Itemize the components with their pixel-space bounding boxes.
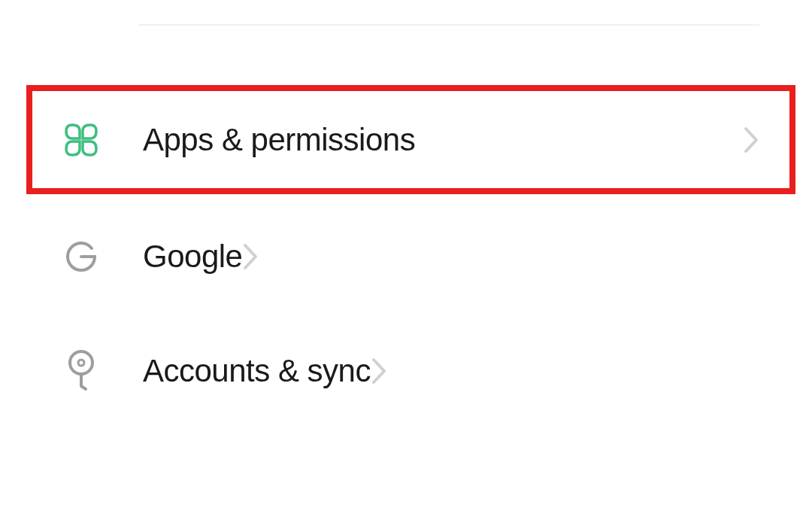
settings-item-label: Accounts & sync xyxy=(143,353,371,389)
settings-item-google[interactable]: Google xyxy=(0,205,311,307)
settings-item-label: Apps & permissions xyxy=(143,122,743,158)
key-icon xyxy=(64,354,98,388)
chevron-right-icon xyxy=(242,242,259,271)
svg-point-1 xyxy=(78,360,84,366)
section-divider xyxy=(139,24,759,26)
apps-icon xyxy=(64,123,98,157)
google-icon xyxy=(64,239,98,273)
settings-item-label: Google xyxy=(143,239,242,275)
settings-item-apps-permissions[interactable]: Apps & permissions xyxy=(26,85,795,194)
chevron-right-icon xyxy=(743,126,759,154)
settings-item-accounts-sync[interactable]: Accounts & sync xyxy=(0,320,440,421)
svg-point-0 xyxy=(70,351,92,374)
chevron-right-icon xyxy=(371,357,387,385)
